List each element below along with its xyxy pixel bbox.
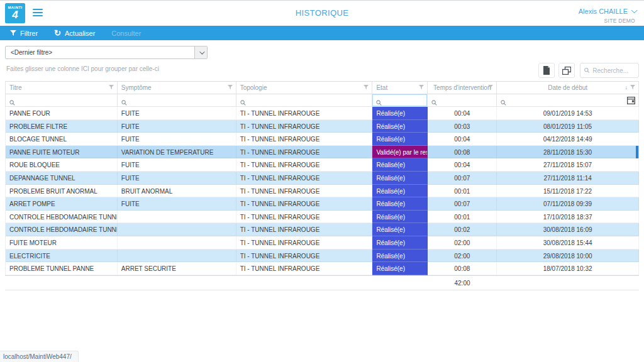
cell-etat[interactable]: Réalisé(e) <box>372 197 428 211</box>
cell-topologie[interactable]: TI - TUNNEL INFRAROUGE <box>236 172 373 185</box>
filter-cell-temps[interactable] <box>428 94 497 106</box>
cell-date[interactable]: 28/11/2018 15:30 <box>497 146 639 159</box>
filter-cell-date[interactable] <box>497 94 639 106</box>
column-filter-icon[interactable] <box>364 85 369 90</box>
cell-etat[interactable]: Réalisé(e) <box>372 158 428 172</box>
cell-temps[interactable]: 02:00 <box>428 250 497 263</box>
cell-etat[interactable]: Réalisé(e) <box>372 172 428 185</box>
cell-titre[interactable]: FUITE MOTEUR <box>6 236 118 250</box>
calendar-icon[interactable] <box>627 96 635 104</box>
refresh-button[interactable]: ↻ Actualiser <box>54 30 95 37</box>
cell-symptome[interactable]: FUITE <box>118 120 236 133</box>
cell-topologie[interactable]: TI - TUNNEL INFRAROUGE <box>236 223 373 236</box>
column-header-titre[interactable]: Titre <box>6 82 118 94</box>
cell-symptome[interactable]: FUITE <box>118 172 236 185</box>
table-row[interactable]: PROBLEME FILTREFUITETI - TUNNEL INFRAROU… <box>5 120 639 133</box>
column-filter-icon[interactable] <box>630 85 635 90</box>
column-filter-icon[interactable] <box>488 85 493 90</box>
cell-symptome[interactable] <box>118 211 236 224</box>
cell-temps[interactable]: 00:01 <box>428 185 497 198</box>
cell-date[interactable]: 07/11/2018 09:39 <box>497 197 639 211</box>
cell-topologie[interactable]: TI - TUNNEL INFRAROUGE <box>236 236 373 250</box>
filter-cell-symptome[interactable] <box>118 94 236 106</box>
cell-titre[interactable]: PANNE FOUR <box>6 107 118 120</box>
cell-titre[interactable]: PROBLEME TUNNEL PANNE <box>6 262 118 275</box>
cell-titre[interactable]: DEPANNAGE TUNNEL <box>6 172 118 185</box>
cell-etat[interactable]: Réalisé(e) <box>372 133 428 146</box>
cell-date[interactable]: 30/08/2018 15:44 <box>497 236 639 250</box>
table-row[interactable]: FUITE MOTEURTI - TUNNEL INFRAROUGERéalis… <box>5 236 639 250</box>
search-input[interactable] <box>592 67 635 74</box>
cell-temps[interactable]: 02:00 <box>428 236 497 250</box>
cell-symptome[interactable] <box>118 250 236 263</box>
cell-symptome[interactable]: BRUIT ANORMAL <box>118 185 236 198</box>
cell-temps[interactable]: 00:07 <box>428 197 497 211</box>
cell-topologie[interactable]: TI - TUNNEL INFRAROUGE <box>236 133 373 146</box>
cell-temps[interactable]: 00:08 <box>428 146 497 159</box>
column-header-etat[interactable]: Etat <box>372 82 428 94</box>
cell-date[interactable]: 29/08/2018 10:00 <box>497 250 639 263</box>
column-header-symptome[interactable]: Symptôme <box>118 82 236 94</box>
consult-button[interactable]: Consulter <box>111 30 141 37</box>
cell-symptome[interactable]: ARRET SECURITE <box>118 262 236 275</box>
last-filter-dropdown[interactable]: <Dernier filtre> <box>5 46 208 59</box>
table-row[interactable]: ARRET POMPEFUITETI - TUNNEL INFRAROUGERé… <box>5 197 639 211</box>
cell-temps[interactable]: 00:03 <box>428 120 497 133</box>
column-chooser-button[interactable] <box>558 63 575 78</box>
column-filter-icon[interactable] <box>419 85 424 90</box>
cell-etat[interactable]: Réalisé(e) <box>372 236 428 250</box>
table-row[interactable]: CONTROLE HEBDOMADAIRE TUNNELTI - TUNNEL … <box>5 223 639 236</box>
cell-titre[interactable]: PROBLEME BRUIT ANORMAL <box>6 185 118 198</box>
cell-topologie[interactable]: TI - TUNNEL INFRAROUGE <box>236 158 373 172</box>
cell-temps[interactable]: 00:01 <box>428 211 497 224</box>
cell-etat[interactable]: Réalisé(e) <box>372 120 428 133</box>
cell-titre[interactable]: BLOCAGE TUNNEL <box>6 133 118 146</box>
cell-etat[interactable]: Réalisé(e) <box>372 262 428 275</box>
cell-titre[interactable]: PROBLEME FILTRE <box>6 120 118 133</box>
filter-cell-titre[interactable] <box>6 94 118 106</box>
cell-symptome[interactable]: FUITE <box>118 158 236 172</box>
cell-temps[interactable]: 00:08 <box>428 262 497 275</box>
cell-temps[interactable]: 00:04 <box>428 158 497 172</box>
cell-etat[interactable]: Réalisé(e) <box>372 223 428 236</box>
cell-temps[interactable]: 00:04 <box>428 133 497 146</box>
column-header-topologie[interactable]: Topologie <box>236 82 373 94</box>
cell-titre[interactable]: ROUE BLOQUEE <box>6 158 118 172</box>
cell-etat[interactable]: Réalisé(e) <box>372 185 428 198</box>
cell-titre[interactable]: ARRET POMPE <box>6 197 118 211</box>
cell-topologie[interactable]: TI - TUNNEL INFRAROUGE <box>236 120 373 133</box>
cell-temps[interactable]: 00:07 <box>428 172 497 185</box>
table-row[interactable]: PROBLEME TUNNEL PANNEARRET SECURITETI - … <box>5 262 639 275</box>
cell-date[interactable]: 30/08/2018 16:09 <box>497 223 639 236</box>
filter-cell-etat[interactable] <box>372 94 428 106</box>
cell-etat[interactable]: Réalisé(e) <box>372 250 428 263</box>
table-row[interactable]: DEPANNAGE TUNNELFUITETI - TUNNEL INFRARO… <box>5 172 639 185</box>
cell-date[interactable]: 27/11/2018 11:14 <box>497 172 639 185</box>
cell-temps[interactable]: 00:02 <box>428 223 497 236</box>
cell-date[interactable]: 27/11/2018 15:07 <box>497 158 639 172</box>
table-row[interactable]: CONTROLE HEBDOMADAIRE TUNNELTI - TUNNEL … <box>5 211 639 224</box>
cell-etat[interactable]: Réalisé(e) <box>372 107 428 120</box>
cell-symptome[interactable]: FUITE <box>118 197 236 211</box>
cell-titre[interactable]: CONTROLE HEBDOMADAIRE TUNNEL <box>6 211 118 224</box>
column-filter-icon[interactable] <box>109 85 114 90</box>
cell-topologie[interactable]: TI - TUNNEL INFRAROUGE <box>236 146 373 159</box>
cell-symptome[interactable] <box>118 236 236 250</box>
cell-etat[interactable]: Validé(e) par le res... <box>372 146 428 159</box>
column-header-date[interactable]: Date de début ↓ <box>497 82 639 94</box>
cell-date[interactable]: 08/01/2019 11:05 <box>497 120 639 133</box>
cell-date[interactable]: 09/01/2019 14:53 <box>497 107 639 120</box>
table-row[interactable]: ELECTRICITETI - TUNNEL INFRAROUGERéalisé… <box>5 250 639 263</box>
dropdown-arrow-button[interactable] <box>194 47 207 58</box>
cell-titre[interactable]: CONTROLE HEBDOMADAIRE TUNNEL <box>6 223 118 236</box>
cell-topologie[interactable]: TI - TUNNEL INFRAROUGE <box>236 185 373 198</box>
cell-topologie[interactable]: TI - TUNNEL INFRAROUGE <box>236 211 373 224</box>
cell-topologie[interactable]: TI - TUNNEL INFRAROUGE <box>236 197 373 211</box>
cell-date[interactable]: 04/12/2018 14:49 <box>497 133 639 146</box>
cell-topologie[interactable]: TI - TUNNEL INFRAROUGE <box>236 107 373 120</box>
export-button[interactable] <box>538 63 555 78</box>
cell-date[interactable]: 18/07/2018 10:32 <box>497 262 639 275</box>
cell-symptome[interactable]: FUITE <box>118 107 236 120</box>
cell-topologie[interactable]: TI - TUNNEL INFRAROUGE <box>236 250 373 263</box>
user-menu[interactable]: Alexis CHAILLE SITE DEMO <box>579 5 635 24</box>
